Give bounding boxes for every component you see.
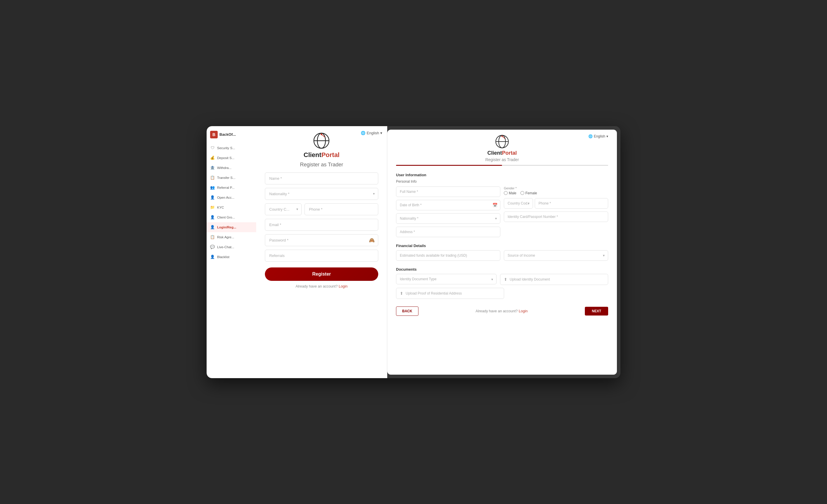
already-account-left: Already have an account? xyxy=(295,284,338,289)
logo-svg-left xyxy=(313,132,330,149)
lang-label-left: English xyxy=(367,131,379,135)
male-option[interactable]: Male xyxy=(504,191,516,195)
male-label: Male xyxy=(509,191,516,195)
sidebar-item-withdrawal[interactable]: 🏦 Withdra... xyxy=(207,163,256,173)
upload-proof-field[interactable]: ⬆ Upload Proof of Residential Address xyxy=(396,288,504,299)
nationality-field: Nationality * ▾ xyxy=(265,188,378,200)
progress-step-1 xyxy=(396,165,502,166)
upload-proof-label: Upload Proof of Residential Address xyxy=(406,291,462,295)
password-field: 🙈 xyxy=(265,234,378,246)
nationality-right-select[interactable]: Nationality * xyxy=(396,213,500,224)
sidebar-item-referral[interactable]: 👥 Referral P... xyxy=(207,183,256,193)
sidebar-item-kyc[interactable]: 📁 KYC xyxy=(207,202,256,212)
sidebar-item-client-group[interactable]: 👤 Client Gro... xyxy=(207,212,256,222)
referrals-input[interactable] xyxy=(265,250,378,262)
sidebar-label-withdrawal: Withdra... xyxy=(217,166,231,169)
sidebar-header: B BackOf... xyxy=(207,129,256,141)
sidebar-label-deposit: Deposit S... xyxy=(217,156,234,160)
sidebar-item-open-account[interactable]: 👤 Open Acc... xyxy=(207,193,256,202)
client-group-icon: 👤 xyxy=(210,215,215,220)
sidebar-item-deposit[interactable]: 💰 Deposit S... xyxy=(207,153,256,163)
date-of-birth-input[interactable] xyxy=(396,200,500,210)
country-code-right-select[interactable]: Country Cod... xyxy=(504,198,533,209)
brand-name-right: ClientPortal xyxy=(487,150,517,156)
identity-doc-type-wrapper: Identity Document Type ▾ xyxy=(396,274,496,285)
lang-label-right: English xyxy=(594,134,605,138)
documents-title: Documents xyxy=(396,267,608,271)
estimated-funds-input[interactable] xyxy=(396,250,500,261)
logo-svg-right xyxy=(495,134,509,149)
sidebar-label-security: Security S... xyxy=(217,146,235,150)
source-of-income-select[interactable]: Source of Income xyxy=(504,250,608,261)
password-input[interactable] xyxy=(265,234,378,246)
personal-info-right-col: Gender * Male Female xyxy=(504,187,608,237)
female-radio[interactable] xyxy=(521,191,524,195)
sidebar-item-risk[interactable]: 📋 Risk Agre... xyxy=(207,232,256,242)
login-link-right[interactable]: Login xyxy=(519,309,528,313)
female-option[interactable]: Female xyxy=(521,191,537,195)
password-toggle-icon[interactable]: 🙈 xyxy=(369,238,375,243)
nationality-select[interactable]: Nationality * xyxy=(265,188,378,200)
lang-selector-left[interactable]: 🌐 English ▾ xyxy=(361,131,382,135)
date-of-birth-wrapper: 📅 xyxy=(396,200,500,210)
register-button[interactable]: Register xyxy=(265,267,378,281)
identity-card-input[interactable] xyxy=(504,211,608,222)
lang-selector-right[interactable]: 🌐 English ▾ xyxy=(588,134,608,138)
email-input[interactable] xyxy=(265,219,378,231)
upload-identity-icon: ⬆ xyxy=(504,277,507,282)
sidebar-item-login-reg[interactable]: 👤 Login/Reg... xyxy=(207,222,256,232)
lang-chevron-left: ▾ xyxy=(380,131,382,135)
sidebar-label-transfer: Transfer S... xyxy=(217,176,236,180)
referrals-field xyxy=(265,250,378,262)
calendar-icon: 📅 xyxy=(492,203,497,207)
country-code-select[interactable]: Country C... xyxy=(265,203,302,215)
right-panel: 🌐 English ▾ ClientPortal Register as Tra… xyxy=(387,130,617,375)
logo-area-left: ClientPortal xyxy=(304,132,339,159)
gender-label: Gender * xyxy=(504,187,608,190)
sidebar-item-transfer[interactable]: 📋 Transfer S... xyxy=(207,173,256,183)
next-button[interactable]: NEXT xyxy=(585,307,608,315)
sidebar-label-referral: Referral P... xyxy=(217,186,235,189)
btn-row: BACK Already have an account? Login NEXT xyxy=(396,306,608,316)
upload-identity-field[interactable]: ⬆ Upload Identity Document xyxy=(500,274,608,285)
sidebar-item-security[interactable]: 🛡 Security S... xyxy=(207,143,256,153)
male-radio[interactable] xyxy=(504,191,507,195)
lang-chevron-right: ▾ xyxy=(606,134,608,138)
page-title-left: Register as Trader xyxy=(300,162,343,168)
female-label: Female xyxy=(525,191,537,195)
name-input[interactable] xyxy=(265,172,378,185)
financial-details-title: Financial Details xyxy=(396,244,608,248)
progress-step-2 xyxy=(502,165,608,166)
phone-field xyxy=(304,203,378,215)
gender-options: Male Female xyxy=(504,191,608,195)
phone-right-input[interactable] xyxy=(535,198,608,209)
brand-name-left: ClientPortal xyxy=(304,151,339,159)
phone-row: Country C... ▾ xyxy=(265,203,378,215)
personal-info-row: 📅 Nationality * ▾ Gender * xyxy=(396,187,608,237)
personal-info-left-col: 📅 Nationality * ▾ xyxy=(396,187,500,237)
brand-client-right: Client xyxy=(487,150,502,156)
estimated-funds-wrapper xyxy=(396,250,500,261)
nationality-right-wrapper: Nationality * ▾ xyxy=(396,213,500,224)
address-input[interactable] xyxy=(396,226,500,237)
sidebar-item-blacklist[interactable]: 👤 Blacklist xyxy=(207,252,256,262)
progress-bar xyxy=(396,165,608,166)
back-button[interactable]: BACK xyxy=(396,306,419,316)
phone-group-right: Country Cod... ▾ xyxy=(504,198,608,209)
phone-input[interactable] xyxy=(304,203,378,215)
sidebar-label-login-reg: Login/Reg... xyxy=(217,225,236,229)
login-link-left[interactable]: Login xyxy=(339,284,348,289)
sidebar-label-live-chat: Live-Chat... xyxy=(217,245,234,249)
withdrawal-icon: 🏦 xyxy=(210,165,215,170)
right-header: 🌐 English ▾ ClientPortal Register as Tra… xyxy=(396,134,608,166)
backoffice-sidebar: B BackOf... 🛡 Security S... 💰 Deposit S.… xyxy=(207,126,256,378)
financial-row: Source of Income ▾ xyxy=(396,250,608,261)
login-link-row-left: Already have an account? Login xyxy=(295,284,348,289)
kyc-icon: 📁 xyxy=(210,205,215,210)
full-name-input[interactable] xyxy=(396,187,500,197)
sidebar-item-live-chat[interactable]: 💬 Live-Chat... xyxy=(207,242,256,252)
login-link-row-right: Already have an account? Login xyxy=(476,309,528,313)
identity-doc-type-select[interactable]: Identity Document Type xyxy=(396,274,496,284)
referral-icon: 👥 xyxy=(210,185,215,190)
globe-icon-left: 🌐 xyxy=(361,131,366,135)
